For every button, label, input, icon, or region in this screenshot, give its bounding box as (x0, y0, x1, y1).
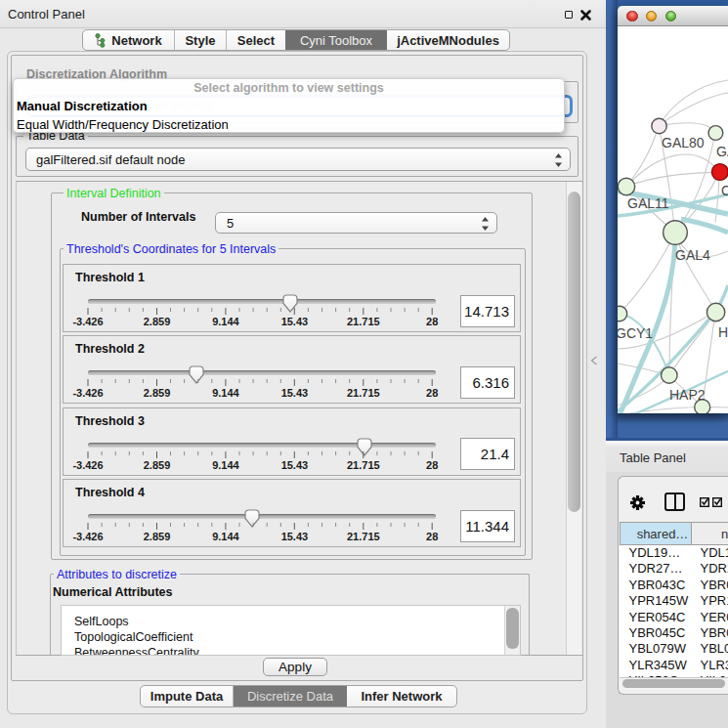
svg-text:HAP2: HAP2 (669, 387, 706, 403)
svg-text:H: H (718, 324, 728, 340)
svg-text:GAL11: GAL11 (627, 195, 669, 211)
svg-text:C: C (721, 183, 728, 198)
svg-text:GAL80: GAL80 (662, 135, 705, 150)
svg-text:GCY1: GCY1 (618, 325, 653, 341)
svg-text:GA: GA (716, 144, 728, 159)
svg-text:GAL4: GAL4 (675, 247, 710, 263)
